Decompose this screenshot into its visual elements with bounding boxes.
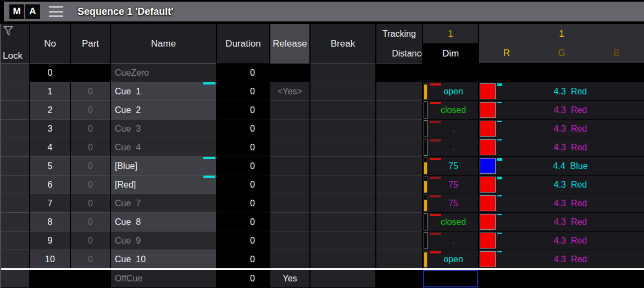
cell-tracking-distance[interactable] bbox=[376, 119, 422, 138]
cell-name[interactable]: Cue 1 bbox=[111, 82, 216, 100]
cell-color[interactable]: 4.3 Red bbox=[479, 82, 644, 100]
list-menu-icon[interactable] bbox=[49, 6, 63, 17]
cell-cue-number[interactable]: 5 bbox=[30, 156, 70, 175]
cell-break[interactable] bbox=[310, 82, 375, 100]
cell-part[interactable]: 0 bbox=[71, 100, 110, 119]
cell-name[interactable]: Cue 2 bbox=[111, 100, 216, 119]
cell-tracking-distance[interactable] bbox=[376, 194, 422, 212]
cell-name[interactable]: [Blue] bbox=[111, 156, 216, 175]
column-header-b[interactable]: B bbox=[589, 43, 644, 63]
cell-part[interactable]: 0 bbox=[71, 82, 110, 100]
cell-release[interactable] bbox=[270, 194, 309, 212]
cell-release[interactable] bbox=[270, 119, 309, 138]
cell-tracking-distance[interactable] bbox=[376, 231, 422, 250]
column-header-g[interactable]: G bbox=[534, 43, 589, 63]
cell-break[interactable] bbox=[310, 212, 375, 231]
ma-logo-button[interactable]: M A bbox=[9, 4, 40, 19]
cell-release[interactable] bbox=[270, 231, 309, 250]
cell-break[interactable] bbox=[310, 100, 375, 119]
cell-release[interactable] bbox=[270, 63, 309, 82]
title-bar[interactable]: M A Sequence 1 'Default' bbox=[4, 2, 644, 21]
cell-color[interactable] bbox=[479, 270, 644, 287]
cue-row[interactable]: 8 0 Cue 8 0 closed 4.3 Red bbox=[1, 212, 644, 231]
cue-row[interactable]: 6 0 [Red] 0 75 4.3 Red bbox=[1, 175, 644, 194]
cell-duration[interactable]: 0 bbox=[217, 119, 269, 138]
cell-duration[interactable]: 0 bbox=[217, 63, 269, 82]
column-header-r[interactable]: R bbox=[479, 43, 534, 63]
cell-color[interactable]: 4.4 Blue bbox=[479, 156, 644, 175]
cell-cue-number[interactable]: 10 bbox=[30, 250, 70, 268]
cell-tracking-distance[interactable] bbox=[376, 270, 422, 287]
column-header-rgb-group[interactable]: 1 R G B bbox=[479, 24, 644, 63]
cell-tracking-distance[interactable] bbox=[376, 175, 422, 194]
cell-cue-number[interactable]: 1 bbox=[30, 82, 70, 100]
cell-break[interactable] bbox=[310, 250, 375, 268]
cell-color[interactable]: 4.3 Red bbox=[479, 100, 644, 119]
column-header-name[interactable]: Name bbox=[111, 24, 216, 63]
cell-cue-number[interactable]: 6 bbox=[30, 175, 70, 194]
cell-duration[interactable]: 0 bbox=[217, 138, 269, 156]
cell-dim[interactable] bbox=[423, 63, 478, 82]
cell-color[interactable]: 4.3 Red bbox=[479, 250, 644, 268]
cell-dim[interactable]: closed bbox=[423, 100, 478, 119]
cell-dim[interactable] bbox=[423, 270, 478, 287]
cell-part[interactable]: 0 bbox=[71, 119, 110, 138]
cell-release[interactable] bbox=[270, 250, 309, 268]
cell-break[interactable] bbox=[310, 175, 375, 194]
cell-name[interactable]: CueZero bbox=[111, 63, 216, 82]
cell-part[interactable]: 0 bbox=[71, 156, 110, 175]
cell-cue-number[interactable]: 8 bbox=[30, 212, 70, 231]
column-header-lock[interactable]: Lock bbox=[1, 24, 29, 63]
cell-name[interactable]: OffCue bbox=[111, 270, 216, 287]
cue-row[interactable]: 5 0 [Blue] 0 75 4.4 Blue bbox=[1, 156, 644, 175]
cell-duration[interactable]: 0 bbox=[217, 156, 269, 175]
cell-part[interactable]: 0 bbox=[71, 175, 110, 194]
cue-row[interactable]: 7 0 Cue 7 0 75 4.3 Red bbox=[1, 194, 644, 212]
cell-dim[interactable]: . bbox=[423, 231, 478, 250]
cell-name[interactable]: [Red] bbox=[111, 175, 216, 194]
cue-row[interactable]: 9 0 Cue 9 0 . 4.3 Red bbox=[1, 231, 644, 250]
cell-tracking-distance[interactable] bbox=[376, 82, 422, 100]
cell-duration[interactable]: 0 bbox=[217, 175, 269, 194]
cell-tracking-distance[interactable] bbox=[376, 100, 422, 119]
cell-cue-number[interactable]: 9 bbox=[30, 231, 70, 250]
cell-release[interactable] bbox=[270, 175, 309, 194]
cell-release[interactable] bbox=[270, 156, 309, 175]
cell-cue-number[interactable]: 0 bbox=[30, 63, 70, 82]
column-header-tracking-distance[interactable]: Tracking Distance bbox=[376, 24, 422, 63]
cell-part[interactable]: 0 bbox=[71, 212, 110, 231]
cell-color[interactable]: 4.3 Red bbox=[479, 175, 644, 194]
cell-part[interactable] bbox=[71, 270, 110, 287]
cell-duration[interactable]: 0 bbox=[217, 212, 269, 231]
cue-row[interactable]: 4 0 Cue 4 0 . 4.3 Red bbox=[1, 138, 644, 156]
cell-tracking-distance[interactable] bbox=[376, 250, 422, 268]
cell-color[interactable] bbox=[479, 63, 644, 82]
cell-duration[interactable]: 0 bbox=[217, 82, 269, 100]
cell-duration[interactable]: 0 bbox=[217, 231, 269, 250]
cue-row[interactable]: OffCue 0 Yes bbox=[1, 270, 644, 287]
cue-row[interactable]: 3 0 Cue 3 0 . 4.3 Red bbox=[1, 119, 644, 138]
column-header-duration[interactable]: Duration bbox=[217, 24, 269, 63]
cell-lock[interactable] bbox=[1, 138, 29, 156]
cell-dim[interactable]: closed bbox=[423, 212, 478, 231]
cell-break[interactable] bbox=[310, 138, 375, 156]
column-header-release[interactable]: Release bbox=[270, 24, 309, 63]
cell-tracking-distance[interactable] bbox=[376, 212, 422, 231]
cell-lock[interactable] bbox=[1, 212, 29, 231]
cell-break[interactable] bbox=[310, 194, 375, 212]
cell-part[interactable]: 0 bbox=[71, 138, 110, 156]
cell-tracking-distance[interactable] bbox=[376, 138, 422, 156]
cell-part[interactable]: 0 bbox=[71, 250, 110, 268]
cell-lock[interactable] bbox=[1, 270, 29, 287]
cell-dim[interactable]: . bbox=[423, 138, 478, 156]
cell-name[interactable]: Cue 7 bbox=[111, 194, 216, 212]
cell-lock[interactable] bbox=[1, 63, 29, 82]
cell-lock[interactable] bbox=[1, 100, 29, 119]
cell-name[interactable]: Cue 10 bbox=[111, 250, 216, 268]
cue-row[interactable]: 2 0 Cue 2 0 closed 4.3 Red bbox=[1, 100, 644, 119]
cell-name[interactable]: Cue 9 bbox=[111, 231, 216, 250]
cell-break[interactable] bbox=[310, 63, 375, 82]
cell-name[interactable]: Cue 8 bbox=[111, 212, 216, 231]
cell-tracking-distance[interactable] bbox=[376, 156, 422, 175]
cell-duration[interactable]: 0 bbox=[217, 270, 269, 287]
